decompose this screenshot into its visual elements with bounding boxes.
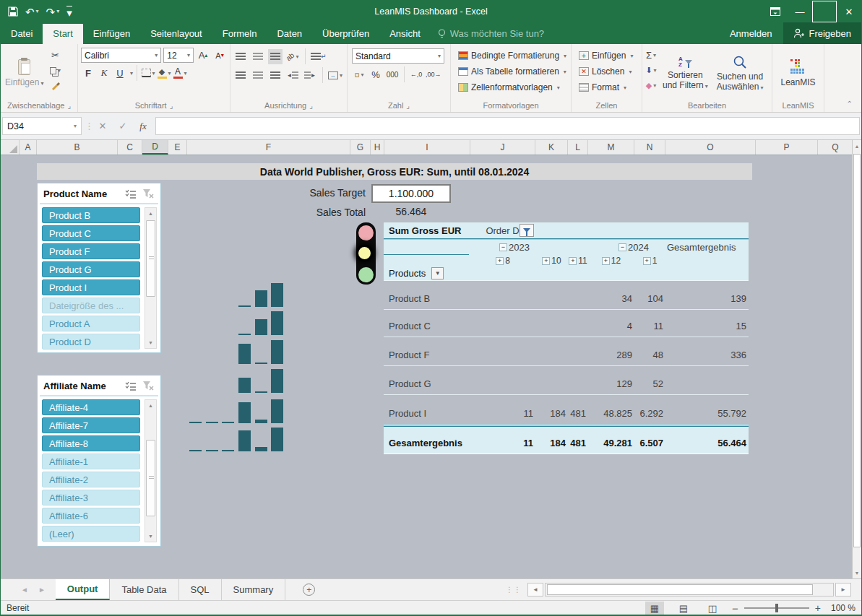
slicer-item-product-f[interactable]: Product F	[42, 243, 140, 259]
sheet-tab-sql[interactable]: SQL	[179, 579, 222, 600]
year-group-2023[interactable]: −2023	[499, 242, 530, 253]
tab-formeln[interactable]: Formeln	[212, 24, 267, 44]
clear-filter-icon[interactable]	[139, 188, 157, 199]
currency-format-button[interactable]: ¤▾	[352, 67, 366, 82]
column-header-i[interactable]: I	[384, 140, 470, 155]
scrollbar-thumb[interactable]	[146, 440, 155, 516]
tell-me-box[interactable]: Was möchten Sie tun?	[431, 24, 551, 44]
sort-filter-button[interactable]: AZ Sortierenund Filtern▾	[658, 48, 712, 99]
tab-daten[interactable]: Daten	[267, 24, 312, 44]
font-size-combo[interactable]: 12▾	[163, 48, 194, 63]
column-header-k[interactable]: K	[535, 140, 568, 155]
multi-select-icon[interactable]	[122, 189, 139, 199]
select-all-corner[interactable]	[1, 140, 20, 155]
month-group-8[interactable]: +8	[470, 255, 535, 266]
tab-einfuegen[interactable]: Einfügen	[83, 24, 140, 44]
orientation-button[interactable]: ab▾	[285, 49, 300, 64]
underline-button[interactable]: U	[113, 66, 127, 81]
format-cells-button[interactable]: Format▾	[574, 79, 639, 95]
align-middle-icon[interactable]	[251, 49, 265, 64]
cell-styles-button[interactable]: Zellenformatvorlagen▾	[454, 79, 568, 95]
align-top-icon[interactable]	[233, 49, 248, 64]
sign-in-button[interactable]: Anmelden	[718, 28, 784, 39]
scroll-down-icon[interactable]: ▼	[145, 531, 156, 542]
tab-start[interactable]: Start	[43, 24, 82, 44]
column-header-e[interactable]: E	[168, 140, 187, 155]
month-group-1[interactable]: +1	[634, 255, 665, 266]
decrease-indent-icon[interactable]: ◄	[285, 68, 300, 83]
page-break-view-icon[interactable]: ◫	[703, 602, 722, 615]
zoom-in-icon[interactable]: +	[815, 602, 821, 614]
new-sheet-button[interactable]: +	[303, 584, 315, 596]
column-header-n[interactable]: N	[634, 140, 665, 155]
prev-sheet-icon[interactable]: ◄	[21, 586, 28, 594]
slicer-item-dateigroesse[interactable]: Dateigröße des ...	[42, 298, 140, 313]
scrollbar-thumb[interactable]	[146, 220, 155, 297]
merge-center-button[interactable]: ↔▾	[328, 68, 342, 83]
insert-cells-button[interactable]: + Einfügen▾	[574, 48, 639, 64]
insert-function-icon[interactable]: fx	[134, 121, 152, 132]
sheet-tab-summary[interactable]: Summary	[222, 579, 286, 600]
hscroll-track[interactable]	[545, 583, 834, 597]
scroll-up-icon[interactable]: ▲	[853, 140, 861, 152]
scrollbar-thumb[interactable]	[853, 154, 861, 547]
vertical-scrollbar[interactable]: ▲ ▼	[852, 140, 861, 578]
horizontal-scrollbar[interactable]: ⋮⋮ ◄ ►	[506, 579, 861, 600]
borders-button[interactable]: ▾	[141, 66, 155, 81]
collapse-ribbon-icon[interactable]: ⌃	[847, 100, 853, 108]
slicer-item-affiliate-2[interactable]: Affiliate-2	[42, 472, 140, 487]
tab-ueberpruefen[interactable]: Überprüfen	[312, 24, 379, 44]
share-button[interactable]: Freigeben	[783, 22, 861, 44]
column-header-p[interactable]: P	[756, 140, 818, 155]
column-header-a[interactable]: A	[20, 140, 37, 155]
zoom-level[interactable]: 100 %	[831, 603, 855, 613]
scrollbar-thumb[interactable]	[547, 584, 813, 595]
customize-qat-icon[interactable]: ▾	[66, 6, 72, 18]
minimize-button[interactable]: —	[788, 1, 812, 22]
number-format-combo[interactable]: Standard▾	[352, 48, 444, 64]
page-layout-view-icon[interactable]: ▤	[674, 602, 693, 615]
slicer-item-affiliate-3[interactable]: Affiliate-3	[42, 490, 140, 506]
slicer-item-affiliate-1[interactable]: Affiliate-1	[42, 454, 140, 469]
normal-view-icon[interactable]: ▦	[645, 602, 664, 615]
cut-button[interactable]: ✂	[48, 48, 62, 63]
column-header-j[interactable]: J	[470, 140, 535, 155]
scroll-down-icon[interactable]: ▼	[853, 567, 861, 578]
slicer-item-leer[interactable]: (Leer)	[42, 526, 140, 542]
column-header-c[interactable]: C	[118, 140, 142, 155]
zoom-slider-thumb[interactable]	[775, 604, 778, 612]
zoom-out-icon[interactable]: −	[732, 602, 738, 615]
align-center-icon[interactable]	[251, 68, 265, 83]
undo-button[interactable]: ↶▾	[25, 6, 39, 17]
fill-button[interactable]: ⬇▾	[644, 63, 658, 78]
dialog-launcher-font[interactable]: ⌟	[170, 102, 173, 110]
ribbon-display-options-icon[interactable]	[763, 1, 788, 22]
slicer-item-product-b[interactable]: Product B	[42, 207, 140, 223]
close-button[interactable]: ✕	[837, 1, 861, 22]
autosum-button[interactable]: Σ▾	[644, 48, 658, 63]
copy-button[interactable]: ▾	[48, 63, 62, 78]
decrease-decimal-button[interactable]: ,00→	[426, 67, 441, 82]
tab-ansicht[interactable]: Ansicht	[379, 24, 431, 44]
font-name-combo[interactable]: Calibri▾	[81, 48, 161, 63]
column-header-h[interactable]: H	[371, 140, 384, 155]
align-left-icon[interactable]	[233, 68, 248, 83]
cancel-formula-icon[interactable]: ✕	[93, 121, 112, 131]
font-color-button[interactable]: A ▾	[173, 66, 187, 81]
align-bottom-icon[interactable]	[268, 49, 283, 64]
delete-cells-button[interactable]: ✕ Löschen▾	[574, 64, 639, 79]
column-header-l[interactable]: L	[568, 140, 588, 155]
product-slicer-scrollbar[interactable]: ▲ ▼	[145, 207, 157, 349]
multi-select-icon[interactable]	[122, 381, 139, 391]
increase-indent-icon[interactable]: ►	[303, 68, 317, 83]
month-group-11[interactable]: +11	[568, 255, 588, 266]
clear-filter-icon[interactable]	[139, 381, 157, 391]
scroll-down-icon[interactable]: ▼	[145, 337, 156, 348]
thousands-format-button[interactable]: 000	[385, 67, 400, 82]
slicer-item-product-i[interactable]: Product I	[42, 279, 140, 295]
column-header-o[interactable]: O	[665, 140, 756, 155]
enter-formula-icon[interactable]: ✓	[113, 121, 132, 131]
affiliate-slicer-scrollbar[interactable]: ▲ ▼	[145, 399, 157, 542]
italic-button[interactable]: K	[97, 66, 111, 81]
slicer-item-affiliate-7[interactable]: Affiliate-7	[42, 417, 140, 433]
